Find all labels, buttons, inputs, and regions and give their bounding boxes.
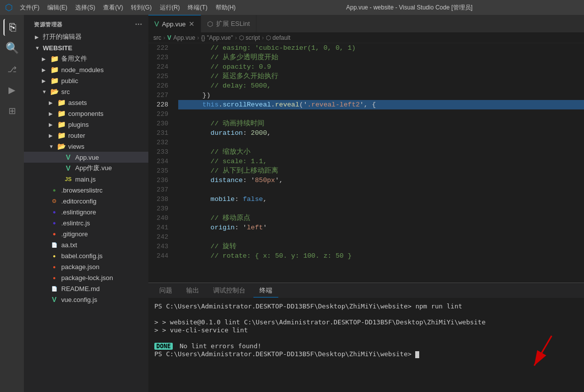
sidebar-item-public[interactable]: ▶ 📁 public: [24, 75, 148, 86]
ln-222: 222: [148, 43, 168, 53]
sidebar-item-views[interactable]: ▼ 📂 views: [24, 141, 148, 152]
menu-select[interactable]: 选择(S): [71, 2, 99, 13]
terminal[interactable]: PS C:\Users\Administrator.DESKTOP-DD13B5…: [148, 298, 584, 392]
open-editors-section[interactable]: ▶ 打开的编辑器: [24, 31, 148, 42]
breadcrumb-sep2: ›: [197, 34, 199, 41]
code-line-222: // easing: 'cubic-bezier(1, 0, 0, 1): [178, 43, 584, 53]
search-icon[interactable]: 🔍: [3, 40, 20, 57]
public-icon: 📁: [50, 76, 59, 85]
sidebar-item-components[interactable]: ▶ 📁 components: [24, 108, 148, 119]
open-editors-label: 打开的编辑器: [43, 32, 82, 41]
menu-terminal[interactable]: 终端(T): [184, 2, 211, 13]
terminal-line-done: DONE No lint errors found!: [154, 342, 578, 350]
sidebar-item-aatxt[interactable]: 📄 aa.txt: [24, 239, 148, 250]
code-line-243: // 旋转: [178, 242, 584, 251]
plugins-icon: 📁: [57, 120, 66, 129]
breadcrumb-default[interactable]: ⬡ default: [266, 34, 290, 41]
views-icon: 📂: [57, 142, 66, 151]
breadcrumb-src[interactable]: src: [153, 34, 161, 41]
router-label: router: [68, 132, 85, 139]
breadcrumb-sep1: ›: [163, 34, 165, 41]
sidebar-item-app-old-vue[interactable]: V App作废.vue: [24, 163, 148, 174]
ln-235: 235: [148, 166, 168, 176]
sidebar-item-plugins[interactable]: ▶ 📁 plugins: [24, 119, 148, 130]
menu-file[interactable]: 文件(F): [16, 2, 43, 13]
views-label: views: [68, 143, 85, 150]
panel-tab-terminal[interactable]: 终端: [253, 284, 278, 297]
code-editor[interactable]: 222 223 224 225 226 227 228 229 230 231 …: [148, 43, 584, 283]
terminal-output-1: > > website@0.1.0 lint C:\Users\Administ…: [154, 318, 485, 326]
sidebar-item-main-js[interactable]: JS main.js: [24, 174, 148, 185]
tab-app-vue-close[interactable]: ✕: [189, 20, 195, 28]
sidebar-item-src[interactable]: ▼ 📂 src: [24, 86, 148, 97]
sidebar-item-assets[interactable]: ▶ 📁 assets: [24, 97, 148, 108]
ln-231: 231: [148, 128, 168, 138]
website-root[interactable]: ▼ WEBSITE: [24, 42, 148, 53]
tab-eslint[interactable]: ⬡ 扩展 ESLint: [201, 15, 256, 32]
extensions-icon[interactable]: ⊞: [3, 102, 20, 119]
editorconfig-icon: ⚙: [50, 196, 59, 205]
tab-app-vue-label: App.vue: [162, 20, 186, 28]
eslintrc-label: .eslintrс.js: [61, 219, 90, 227]
menu-view[interactable]: 查看(V): [99, 2, 127, 13]
terminal-done-text: No lint errors found!: [180, 342, 261, 350]
run-debug-icon[interactable]: ▶: [3, 82, 20, 98]
ln-240: 240: [148, 213, 168, 223]
sidebar-item-editorconfig[interactable]: ⚙ .editorconfig: [24, 196, 148, 206]
sidebar-item-browserslistrc[interactable]: ● .browserslistrc: [24, 185, 148, 196]
sidebar-item-router[interactable]: ▶ 📁 router: [24, 130, 148, 141]
source-control-icon[interactable]: ⎇: [3, 61, 20, 78]
breadcrumb-sep3: ›: [235, 34, 237, 41]
plugins-label: plugins: [68, 121, 89, 128]
tab-bar: V App.vue ✕ ⬡ 扩展 ESLint: [148, 15, 584, 32]
ln-228: 228: [148, 100, 168, 109]
sidebar-item-gitignore[interactable]: ● .gitignore: [24, 228, 148, 239]
packagejson-label: package.json: [61, 263, 100, 271]
terminal-cursor: [415, 351, 419, 358]
code-line-228: this.scrollReveal.reveal('.reveal-left2'…: [178, 100, 584, 109]
panel-tab-problems[interactable]: 问题: [153, 284, 178, 297]
code-line-223: // 从多少透明度开始: [178, 53, 584, 62]
sidebar-item-eslintrc[interactable]: ● .eslintrс.js: [24, 217, 148, 228]
breadcrumb-sep4: ›: [262, 34, 264, 41]
tab-app-vue[interactable]: V App.vue ✕: [148, 15, 201, 32]
code-line-235: // 从下到上移动距离: [178, 166, 584, 176]
terminal-line-4: > > vue-cli-service lint: [154, 326, 578, 334]
sidebar-item-bak[interactable]: ▶ 📁 备用文件: [24, 53, 148, 64]
eslintignore-label: .eslintignore: [61, 208, 96, 216]
readme-label: README.md: [61, 285, 100, 293]
sidebar: 资源管理器 ··· ▶ 打开的编辑器 ▼ WEBSITE ▶ 📁 备用文件: [24, 15, 148, 392]
assets-chevron: ▶: [49, 100, 57, 105]
sidebar-item-packagelock[interactable]: ● package-lock.json: [24, 272, 148, 283]
sidebar-menu-button[interactable]: ···: [135, 20, 142, 29]
sidebar-item-vueconfig[interactable]: V vue.config.js: [24, 294, 148, 305]
menu-help[interactable]: 帮助(H): [212, 2, 240, 13]
router-chevron: ▶: [49, 133, 57, 138]
menu-goto[interactable]: 转到(G): [127, 2, 155, 13]
sidebar-item-babel[interactable]: ● babel.config.js: [24, 250, 148, 261]
editor-area: V App.vue ✕ ⬡ 扩展 ESLint src › V App.vue …: [148, 15, 584, 392]
sidebar-item-packagejson[interactable]: ● package.json: [24, 261, 148, 272]
sidebar-tree: ▶ 打开的编辑器 ▼ WEBSITE ▶ 📁 备用文件 ▶ 📁 node_mod…: [24, 31, 148, 392]
explorer-icon[interactable]: ⎘: [3, 19, 20, 36]
public-chevron: ▶: [42, 78, 50, 84]
vs-logo: ⬡: [5, 2, 13, 13]
terminal-line-blank2: [154, 334, 578, 342]
panel-tab-output[interactable]: 输出: [180, 284, 205, 297]
menu-run[interactable]: 运行(R): [156, 2, 184, 13]
panel-tab-debug[interactable]: 调试控制台: [207, 284, 251, 297]
breadcrumb-appvue[interactable]: App.vue: [173, 34, 195, 41]
breadcrumb-obj[interactable]: {} "App.vue": [201, 34, 233, 41]
breadcrumb-script[interactable]: ⬡ script: [239, 34, 260, 41]
menu-edit[interactable]: 编辑(E): [43, 2, 71, 13]
src-icon: 📂: [50, 87, 59, 96]
ln-238: 238: [148, 195, 168, 204]
sidebar-item-readme[interactable]: 📄 README.md: [24, 283, 148, 294]
components-icon: 📁: [57, 109, 66, 118]
ln-227: 227: [148, 91, 168, 100]
main-js-label: main.js: [75, 176, 96, 183]
sidebar-item-app-vue[interactable]: V App.vue: [24, 152, 148, 163]
sidebar-item-eslintignore[interactable]: ● .eslintignore: [24, 206, 148, 217]
sidebar-item-node-modules[interactable]: ▶ 📁 node_modules: [24, 64, 148, 75]
code-content[interactable]: // easing: 'cubic-bezier(1, 0, 0, 1) // …: [173, 43, 584, 283]
